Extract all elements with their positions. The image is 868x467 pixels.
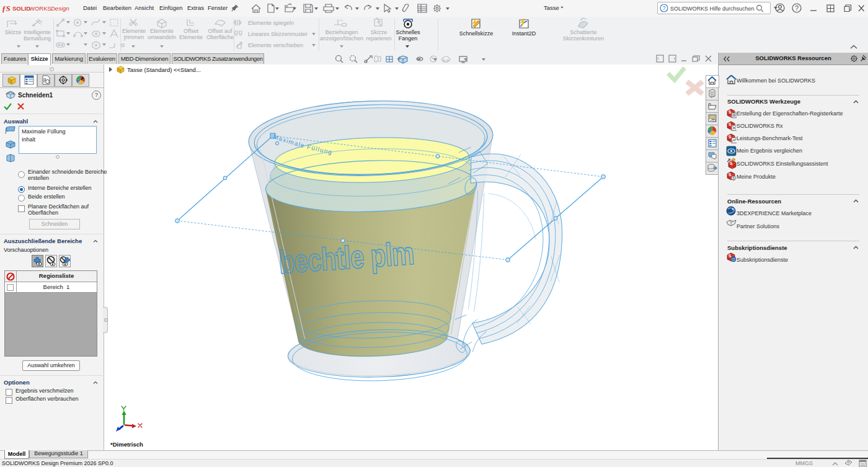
svg-text:?: ? (663, 5, 666, 11)
svg-text:Tasse (Standard) <<Stand...: Tasse (Standard) <<Stand... (127, 66, 201, 73)
svg-text:β: β (43, 77, 46, 82)
svg-text:WORKS: WORKS (29, 5, 51, 12)
svg-text:SOLID: SOLID (12, 5, 30, 12)
svg-text:Design: Design (51, 5, 69, 12)
svg-text:ƒS: ƒS (2, 4, 11, 13)
svg-text:?: ? (795, 4, 799, 12)
